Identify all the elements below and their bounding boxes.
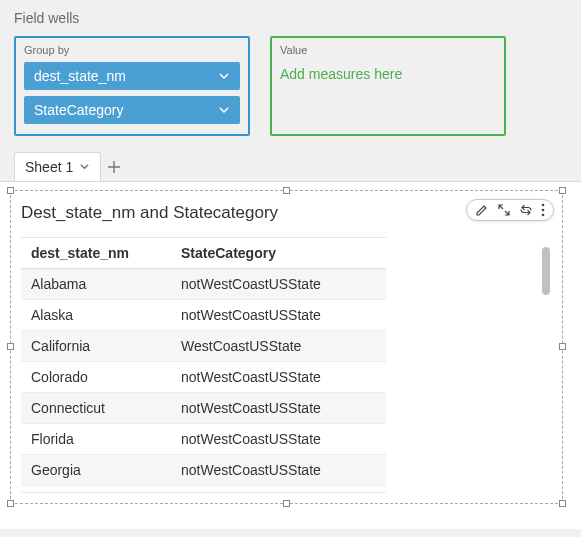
- value-label: Value: [280, 44, 496, 56]
- group-by-pill[interactable]: dest_state_nm: [24, 62, 240, 90]
- table-cell: Alaska: [21, 300, 171, 331]
- sheet-tab[interactable]: Sheet 1: [14, 152, 101, 181]
- table-row[interactable]: HawaiinotWestCoastUSState: [21, 486, 386, 494]
- group-by-well[interactable]: Group by dest_state_nm StateCategory: [14, 36, 250, 136]
- table-cell: Georgia: [21, 455, 171, 486]
- table-row[interactable]: GeorgianotWestCoastUSState: [21, 455, 386, 486]
- table-cell: notWestCoastUSState: [171, 424, 386, 455]
- column-header[interactable]: StateCategory: [171, 238, 386, 269]
- chevron-down-icon[interactable]: [218, 104, 230, 116]
- sheet-tab-label: Sheet 1: [25, 159, 73, 175]
- table-row[interactable]: FloridanotWestCoastUSState: [21, 424, 386, 455]
- table-row[interactable]: ConnecticutnotWestCoastUSState: [21, 393, 386, 424]
- table-cell: Florida: [21, 424, 171, 455]
- table-cell: notWestCoastUSState: [171, 362, 386, 393]
- field-wells-panel: Field wells Group by dest_state_nm State…: [0, 0, 581, 136]
- table-cell: notWestCoastUSState: [171, 300, 386, 331]
- table-cell: Colorado: [21, 362, 171, 393]
- chevron-down-icon[interactable]: [79, 159, 90, 175]
- table-cell: Alabama: [21, 269, 171, 300]
- table-cell: Connecticut: [21, 393, 171, 424]
- wells-row: Group by dest_state_nm StateCategory Val…: [14, 36, 567, 136]
- table-cell: notWestCoastUSState: [171, 455, 386, 486]
- table-cell: WestCoastUSState: [171, 331, 386, 362]
- value-well[interactable]: Value Add measures here: [270, 36, 506, 136]
- table-row[interactable]: AlabamanotWestCoastUSState: [21, 269, 386, 300]
- table-cell: California: [21, 331, 171, 362]
- table-cell: Hawaii: [21, 486, 171, 494]
- chevron-down-icon[interactable]: [218, 70, 230, 82]
- group-by-pill[interactable]: StateCategory: [24, 96, 240, 124]
- table-cell: notWestCoastUSState: [171, 486, 386, 494]
- add-sheet-button[interactable]: [101, 152, 127, 181]
- group-by-label: Group by: [24, 44, 240, 56]
- table-row[interactable]: AlaskanotWestCoastUSState: [21, 300, 386, 331]
- table-cell: notWestCoastUSState: [171, 393, 386, 424]
- table-row[interactable]: ColoradonotWestCoastUSState: [21, 362, 386, 393]
- sheet-canvas[interactable]: Dest_state_nm and Statecategory dest_sta…: [0, 182, 581, 529]
- pill-label: StateCategory: [34, 102, 124, 118]
- sheet-tab-bar: Sheet 1: [0, 152, 581, 182]
- column-header[interactable]: dest_state_nm: [21, 238, 171, 269]
- pill-label: dest_state_nm: [34, 68, 126, 84]
- data-table: dest_state_nm StateCategory AlabamanotWe…: [21, 238, 386, 493]
- value-placeholder: Add measures here: [280, 62, 496, 86]
- table-row[interactable]: CaliforniaWestCoastUSState: [21, 331, 386, 362]
- table-wrap: dest_state_nm StateCategory AlabamanotWe…: [21, 237, 386, 493]
- field-wells-title: Field wells: [14, 10, 567, 26]
- scrollbar-thumb[interactable]: [542, 247, 550, 295]
- visual-content: Dest_state_nm and Statecategory dest_sta…: [11, 191, 562, 503]
- table-cell: notWestCoastUSState: [171, 269, 386, 300]
- visual-title: Dest_state_nm and Statecategory: [21, 203, 552, 223]
- table-visual[interactable]: Dest_state_nm and Statecategory dest_sta…: [10, 190, 563, 504]
